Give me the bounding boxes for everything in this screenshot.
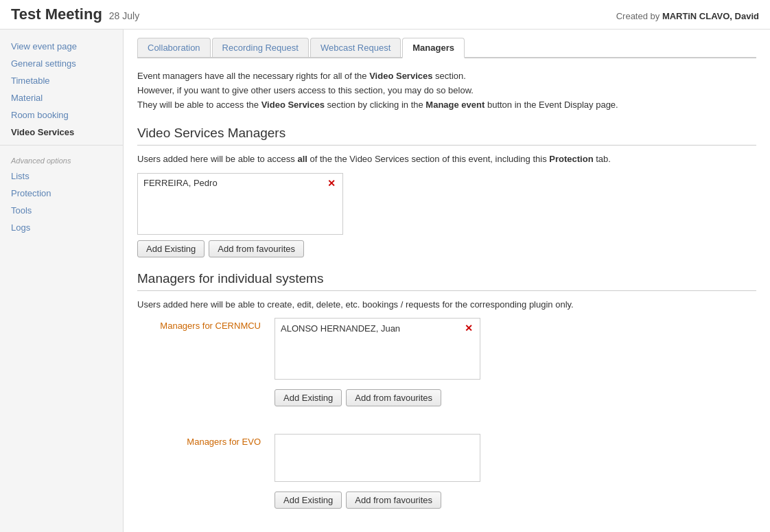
sidebar-item-timetable[interactable]: Timetable [0, 72, 123, 89]
page-title: Test Meeting [11, 5, 102, 23]
cernmcu-add-existing-button[interactable]: Add Existing [275, 389, 342, 406]
main-content: Collaboration Recording Request Webcast … [124, 30, 770, 532]
header-created-by: Created by MARTiN CLAVO, David [616, 11, 759, 21]
vsm-user-name-0: FERREIRA, Pedro [143, 178, 218, 188]
individual-systems-desc: Users added here will be able to create,… [137, 298, 756, 312]
intro-text: Event managers have all the necessary ri… [137, 69, 756, 112]
video-services-managers-heading: Video Services Managers [137, 126, 756, 146]
evo-user-list [275, 434, 480, 482]
cernmcu-user-entry-0: ALONSO HERNANDEZ, Juan ✕ [278, 321, 477, 335]
sidebar-item-material[interactable]: Material [0, 89, 123, 106]
sidebar-advanced-label: Advanced options [0, 150, 123, 167]
cernmcu-button-row: Add Existing Add from favourites [275, 389, 480, 406]
cernmcu-user-name-0: ALONSO HERNANDEZ, Juan [281, 323, 400, 334]
evo-add-existing-button[interactable]: Add Existing [275, 491, 342, 509]
tab-managers[interactable]: Managers [402, 38, 465, 58]
vsm-description: Users added here will be able to access … [137, 152, 756, 166]
system-row-cernmcu: Managers for CERNMCU ALONSO HERNANDEZ, J… [137, 318, 756, 420]
system-content-evo: Add Existing Add from favourites [275, 434, 480, 522]
evo-button-row: Add Existing Add from favourites [275, 491, 480, 509]
vsm-add-favourites-button[interactable]: Add from favourites [209, 240, 304, 257]
sidebar-item-video-services[interactable]: Video Services [0, 124, 123, 141]
tab-recording-request[interactable]: Recording Request [212, 38, 309, 57]
vsm-add-existing-button[interactable]: Add Existing [137, 240, 205, 257]
vsm-user-list: FERREIRA, Pedro ✕ [137, 173, 343, 235]
sidebar-item-general-settings[interactable]: General settings [0, 55, 123, 72]
cernmcu-user-list: ALONSO HERNANDEZ, Juan ✕ [275, 318, 480, 380]
cernmcu-add-favourites-button[interactable]: Add from favourites [346, 389, 441, 406]
header-date: 28 July [109, 10, 139, 21]
system-label-evo: Managers for EVO [137, 434, 261, 447]
sidebar-item-view-event-page[interactable]: View event page [0, 38, 123, 55]
sidebar-item-lists[interactable]: Lists [0, 167, 123, 185]
sidebar-item-logs[interactable]: Logs [0, 219, 123, 236]
sidebar-divider [0, 145, 123, 146]
system-row-evo: Managers for EVO Add Existing Add from f… [137, 434, 756, 522]
tab-collaboration[interactable]: Collaboration [137, 38, 211, 57]
sidebar-item-protection[interactable]: Protection [0, 185, 123, 202]
tab-bar: Collaboration Recording Request Webcast … [137, 38, 756, 58]
vsm-remove-user-0[interactable]: ✕ [326, 178, 337, 189]
individual-systems-heading: Managers for individual systems [137, 271, 756, 291]
sidebar-item-tools[interactable]: Tools [0, 202, 123, 219]
sidebar-item-room-booking[interactable]: Room booking [0, 106, 123, 124]
system-label-cernmcu: Managers for CERNMCU [137, 318, 261, 331]
system-content-cernmcu: ALONSO HERNANDEZ, Juan ✕ Add Existing Ad… [275, 318, 480, 420]
sidebar: View event page General settings Timetab… [0, 30, 124, 532]
individual-systems-section: Managers for individual systems Users ad… [137, 271, 756, 523]
tab-webcast-request[interactable]: Webcast Request [310, 38, 401, 57]
vsm-button-row: Add Existing Add from favourites [137, 240, 756, 257]
header: Test Meeting 28 July Created by MARTiN C… [0, 0, 770, 30]
vsm-user-entry-0: FERREIRA, Pedro ✕ [141, 176, 340, 190]
cernmcu-remove-user-0[interactable]: ✕ [463, 323, 474, 334]
evo-add-favourites-button[interactable]: Add from favourites [346, 491, 441, 509]
